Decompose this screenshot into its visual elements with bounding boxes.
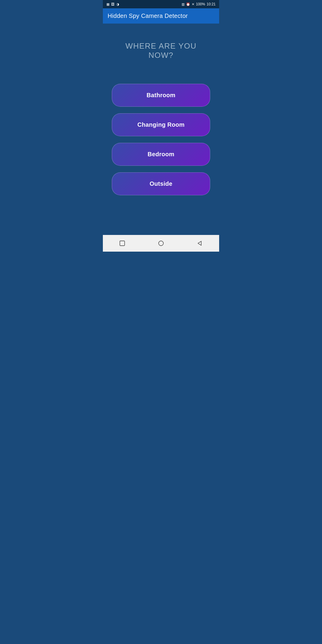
status-bar: ▦ 🖼 ◑ ▥ ⏰ ✕ 100% 10:21 — [103, 0, 219, 8]
signal-icon: ✕ — [192, 2, 194, 6]
svg-point-1 — [159, 241, 163, 246]
nav-circle-icon[interactable] — [155, 238, 167, 249]
status-right-info: ▥ ⏰ ✕ 100% 10:21 — [182, 2, 216, 6]
svg-rect-0 — [120, 241, 125, 246]
nav-bar — [103, 235, 219, 252]
question-label: WHERE ARE YOU NOW? — [112, 41, 210, 60]
changing-room-button[interactable]: Changing Room — [112, 113, 210, 136]
svg-marker-2 — [198, 241, 201, 245]
app-title: Hidden Spy Camera Detector — [108, 13, 188, 19]
app-bar: Hidden Spy Camera Detector — [103, 8, 219, 24]
app-icon-1: ▦ — [106, 2, 109, 6]
bedroom-button[interactable]: Bedroom — [112, 143, 210, 166]
alarm-icon: ⏰ — [186, 2, 190, 6]
bathroom-button[interactable]: Bathroom — [112, 84, 210, 107]
main-content: WHERE ARE YOU NOW? Bathroom Changing Roo… — [103, 24, 219, 235]
battery-level: 100% — [196, 2, 205, 6]
vibrate-icon: ▥ — [182, 2, 185, 6]
nav-square-icon[interactable] — [117, 238, 128, 249]
outside-button[interactable]: Outside — [112, 172, 210, 195]
status-left-icons: ▦ 🖼 ◑ — [106, 2, 119, 6]
location-buttons-container: Bathroom Changing Room Bedroom Outside — [112, 84, 210, 195]
app-icon-2: 🖼 — [111, 2, 114, 6]
app-icon-3: ◑ — [116, 2, 119, 6]
nav-triangle-icon[interactable] — [194, 238, 205, 249]
time-display: 10:21 — [207, 2, 216, 6]
